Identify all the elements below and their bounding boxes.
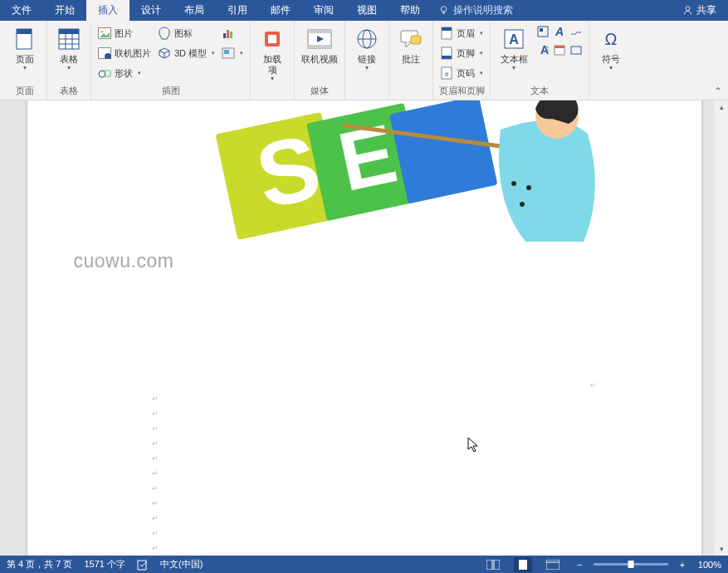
object-icon (569, 43, 583, 56)
svg-rect-25 (308, 30, 331, 33)
links-button[interactable]: 链接 ▾ (350, 22, 384, 71)
chart-button[interactable] (220, 24, 245, 42)
pagenum-icon: # (441, 66, 452, 80)
svg-rect-52 (388, 100, 496, 203)
share-label: 共享 (696, 3, 716, 17)
svg-rect-64 (546, 560, 559, 570)
comment-button[interactable]: 批注 (394, 22, 428, 65)
svg-point-0 (441, 7, 447, 12)
wordart-button[interactable]: A (552, 24, 567, 39)
svg-rect-19 (230, 32, 232, 38)
tab-mailings[interactable]: 邮件 (259, 0, 302, 21)
wordart-icon: A (553, 25, 566, 38)
person-icon (682, 5, 693, 16)
tab-view[interactable]: 视图 (345, 0, 388, 21)
header-icon (441, 27, 452, 40)
zoom-out-button[interactable]: − (574, 560, 585, 570)
pagenum-button[interactable]: #页码▾ (438, 64, 485, 82)
dropcap-button[interactable]: A (535, 42, 550, 57)
group-text: A 文本框 ▾ A A 文本 (491, 21, 589, 100)
addins-icon (261, 28, 283, 50)
tab-references[interactable]: 引用 (216, 0, 259, 21)
svg-rect-6 (59, 29, 79, 34)
word-count[interactable]: 1571 个字 (84, 558, 125, 571)
collapse-ribbon-button[interactable]: ⌃ (711, 85, 725, 98)
zoom-level[interactable]: 100% (698, 560, 721, 570)
footer-button[interactable]: 页脚▾ (438, 44, 485, 62)
table-button[interactable]: 表格 ▾ (52, 22, 86, 71)
column2-mark: ↵ (590, 381, 597, 389)
svg-rect-1 (442, 12, 444, 13)
svg-rect-23 (268, 35, 276, 43)
tab-home[interactable]: 开始 (43, 0, 86, 21)
addins-button[interactable]: 加载 项 ▾ (256, 22, 289, 82)
online-picture-button[interactable]: 联机图片 (96, 44, 153, 62)
header-button[interactable]: 页眉▾ (438, 24, 485, 42)
textbox-button[interactable]: A 文本框 ▾ (496, 22, 532, 71)
proofing-button[interactable] (137, 559, 149, 571)
page-icon (15, 27, 35, 51)
svg-rect-33 (442, 27, 452, 31)
tab-design[interactable]: 设计 (129, 0, 173, 21)
cube-icon (158, 47, 171, 60)
svg-point-12 (101, 31, 104, 33)
statusbar: 第 4 页，共 7 页 1571 个字 中文(中国) − + 100% (0, 556, 728, 573)
footer-icon (441, 47, 452, 60)
table-icon (58, 28, 80, 50)
svg-rect-21 (224, 50, 229, 54)
svg-rect-61 (486, 560, 492, 570)
scroll-track[interactable] (715, 114, 728, 542)
zoom-slider[interactable] (594, 563, 668, 566)
chart-icon (222, 27, 235, 39)
seo-illustration: S E (144, 100, 608, 308)
group-illustrations: 图片 联机图片 形状▾ 图标 3D 模型▾ ▾ 插图 (91, 21, 251, 100)
symbols-button[interactable]: Ω 符号 ▾ (594, 22, 628, 71)
picture-button[interactable]: 图片 (96, 24, 153, 42)
screenshot-button[interactable]: ▾ (220, 44, 245, 62)
tab-help[interactable]: 帮助 (388, 0, 432, 21)
svg-text:#: # (445, 71, 449, 78)
object-button[interactable] (569, 42, 584, 57)
svg-rect-17 (223, 33, 226, 38)
paragraph-marks (152, 391, 159, 556)
svg-point-57 (511, 181, 516, 186)
omega-icon: Ω (601, 29, 621, 49)
lightbulb-icon (438, 5, 449, 16)
online-video-button[interactable]: 联机视频 (300, 22, 340, 65)
zoom-in-button[interactable]: + (677, 560, 688, 570)
picture-icon (98, 27, 111, 39)
scroll-up-button[interactable]: ▴ (715, 100, 728, 114)
tab-insert[interactable]: 插入 (86, 0, 129, 21)
web-layout-button[interactable] (544, 557, 562, 572)
signature-button[interactable] (569, 24, 584, 39)
signature-icon (569, 25, 583, 38)
vertical-scrollbar[interactable]: ▴ ▾ (715, 100, 728, 556)
3d-model-button[interactable]: 3D 模型▾ (156, 44, 217, 62)
tab-file[interactable]: 文件 (0, 0, 43, 21)
pages-button[interactable]: 页面 ▾ (8, 22, 42, 71)
svg-text:Ω: Ω (605, 30, 618, 48)
scroll-down-button[interactable]: ▾ (715, 542, 728, 556)
date-button[interactable] (552, 42, 567, 57)
tab-layout[interactable]: 布局 (173, 0, 216, 21)
share-button[interactable]: 共享 (671, 0, 728, 21)
language-button[interactable]: 中文(中国) (160, 558, 203, 571)
document-page[interactable]: S E cuowu.com ↵ (27, 100, 701, 556)
icons-button[interactable]: 图标 (156, 24, 217, 42)
tab-review[interactable]: 审阅 (302, 0, 345, 21)
tell-me-label: 操作说明搜索 (453, 3, 513, 17)
screenshot-icon (222, 47, 235, 59)
print-layout-button[interactable] (514, 557, 532, 572)
svg-rect-4 (17, 29, 32, 34)
group-pages: 页面 ▾ 页面 (3, 21, 47, 100)
page-info[interactable]: 第 4 页，共 7 页 (7, 558, 72, 571)
shapes-button[interactable]: 形状▾ (96, 64, 153, 82)
menubar: 文件 开始 插入 设计 布局 引用 邮件 审阅 视图 帮助 操作说明搜索 共享 (0, 0, 728, 21)
svg-rect-47 (555, 46, 564, 48)
svg-rect-31 (411, 36, 421, 44)
read-mode-button[interactable] (484, 557, 502, 572)
group-tables: 表格 ▾ 表格 (47, 21, 91, 100)
quick-parts-button[interactable] (535, 24, 550, 39)
tell-me-search[interactable]: 操作说明搜索 (432, 0, 520, 21)
svg-rect-35 (442, 56, 452, 59)
